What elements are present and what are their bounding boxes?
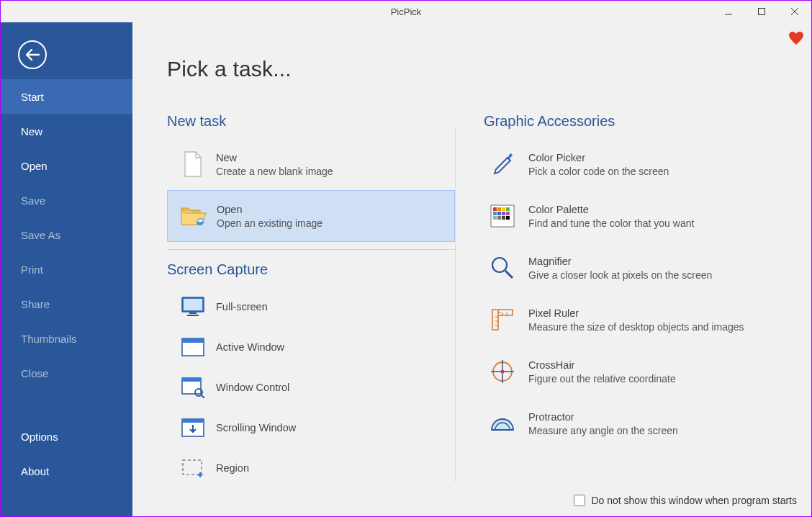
capture-label: Full-screen: [212, 301, 268, 313]
svg-rect-10: [182, 338, 204, 343]
right-column: Graphic Accessories Color Picker Pick a …: [455, 113, 775, 488]
svg-rect-25: [502, 212, 505, 215]
sidebar-item-save-as[interactable]: Save As: [1, 217, 132, 252]
acc-color-palette[interactable]: Color Palette Find and tune the color th…: [484, 190, 775, 242]
svg-rect-29: [502, 216, 505, 220]
svg-rect-19: [493, 207, 497, 211]
window-icon: [174, 337, 212, 357]
eyedropper-icon: [484, 151, 521, 177]
monitor-icon: [174, 296, 212, 318]
section-screen-capture: Screen Capture: [167, 261, 455, 278]
acc-title: Protractor: [528, 411, 678, 423]
svg-rect-22: [506, 207, 510, 211]
sidebar-item-new[interactable]: New: [1, 114, 132, 148]
file-icon: [174, 151, 212, 177]
sidebar-label: Save As: [21, 229, 60, 241]
startup-checkbox-row[interactable]: Do not show this window when program sta…: [574, 495, 797, 506]
close-button[interactable]: [778, 1, 811, 22]
svg-point-31: [492, 258, 507, 272]
acc-desc: Measure any angle on the screen: [528, 425, 678, 436]
svg-rect-27: [493, 216, 497, 220]
sidebar-item-thumbnails[interactable]: Thumbnails: [1, 321, 132, 356]
capture-window-control[interactable]: Window Control: [167, 367, 455, 408]
sidebar-label: New: [21, 125, 42, 138]
startup-checkbox[interactable]: [574, 495, 585, 506]
acc-desc: Measure the size of desktop objects and …: [528, 321, 744, 333]
svg-rect-23: [493, 212, 497, 215]
sidebar-item-save[interactable]: Save: [1, 183, 132, 217]
ruler-icon: [484, 307, 521, 333]
capture-label: Scrolling Window: [212, 422, 296, 433]
section-new-task: New task: [167, 113, 455, 130]
capture-scrolling[interactable]: Scrolling Window: [167, 408, 455, 448]
svg-rect-30: [506, 216, 510, 220]
sidebar-item-about[interactable]: About: [1, 454, 132, 488]
acc-title: Magnifier: [528, 256, 712, 267]
sidebar-item-open[interactable]: Open: [1, 148, 132, 183]
capture-label: Window Control: [212, 382, 289, 393]
acc-desc: Find and tune the color that you want: [528, 217, 694, 229]
svg-rect-8: [187, 315, 199, 316]
sidebar-label: Print: [21, 264, 43, 276]
sidebar-item-start[interactable]: Start: [1, 79, 132, 114]
folder-open-icon: [175, 204, 212, 228]
svg-rect-17: [183, 460, 202, 475]
acc-title: Color Palette: [528, 204, 694, 215]
task-desc: Create a new blank image: [216, 166, 333, 177]
svg-rect-26: [506, 212, 510, 215]
sidebar-item-share[interactable]: Share: [1, 287, 132, 321]
svg-line-14: [202, 395, 204, 398]
acc-crosshair[interactable]: CrossHair Figure out the relative coordi…: [484, 346, 775, 397]
capture-region[interactable]: Region: [167, 448, 455, 488]
region-icon: [174, 458, 212, 478]
minimize-button[interactable]: [712, 1, 745, 22]
capture-fullscreen[interactable]: Full-screen: [167, 287, 455, 327]
svg-rect-20: [497, 207, 501, 211]
scroll-window-icon: [174, 418, 212, 438]
svg-rect-24: [497, 212, 501, 215]
acc-title: Color Picker: [528, 152, 669, 163]
acc-desc: Figure out the relative coordinate: [528, 373, 676, 385]
task-title: New: [216, 152, 333, 163]
sidebar-label: Start: [21, 91, 44, 103]
app-frame: PicPick Start New Open Save Save As Pr: [0, 0, 812, 517]
sidebar: Start New Open Save Save As Print Share …: [1, 22, 132, 516]
sidebar-label: Open: [21, 160, 48, 172]
acc-pixel-ruler[interactable]: Pixel Ruler Measure the size of desktop …: [484, 294, 775, 346]
sidebar-item-close[interactable]: Close: [1, 356, 132, 390]
sidebar-label: About: [21, 465, 49, 477]
svg-point-36: [501, 370, 505, 374]
sidebar-item-print[interactable]: Print: [1, 252, 132, 287]
crosshair-icon: [484, 359, 521, 385]
acc-desc: Pick a color code on the screen: [528, 166, 669, 177]
svg-rect-16: [182, 419, 204, 423]
sidebar-label: Save: [21, 194, 45, 207]
capture-active-window[interactable]: Active Window: [167, 327, 455, 367]
acc-magnifier[interactable]: Magnifier Give a closer look at pixels o…: [484, 242, 775, 294]
task-open[interactable]: Open Open an existing image: [167, 190, 455, 242]
acc-color-picker[interactable]: Color Picker Pick a color code on the sc…: [484, 138, 775, 190]
sidebar-label: Options: [21, 431, 58, 443]
page-title: Pick a task...: [167, 57, 811, 81]
task-title: Open: [217, 204, 322, 215]
sidebar-item-options[interactable]: Options: [1, 419, 132, 454]
main-area: Pick a task... New task New Create a new…: [132, 22, 811, 516]
acc-protractor[interactable]: Protractor Measure any angle on the scre…: [484, 397, 775, 449]
back-button[interactable]: [18, 40, 47, 69]
svg-rect-28: [497, 216, 501, 220]
svg-rect-6: [184, 299, 202, 310]
separator: [167, 249, 455, 250]
svg-rect-21: [502, 207, 505, 211]
task-desc: Open an existing image: [217, 217, 322, 229]
titlebar: PicPick: [1, 1, 811, 22]
sidebar-label: Thumbnails: [21, 333, 77, 345]
sidebar-label: Share: [21, 298, 50, 310]
window-title: PicPick: [391, 6, 422, 17]
task-new[interactable]: New Create a new blank image: [167, 138, 455, 190]
svg-rect-12: [182, 378, 201, 382]
capture-label: Region: [212, 462, 249, 474]
left-column: New task New Create a new blank image: [167, 113, 455, 488]
protractor-icon: [484, 414, 521, 433]
window-controls: [712, 1, 811, 22]
maximize-button[interactable]: [745, 1, 778, 22]
